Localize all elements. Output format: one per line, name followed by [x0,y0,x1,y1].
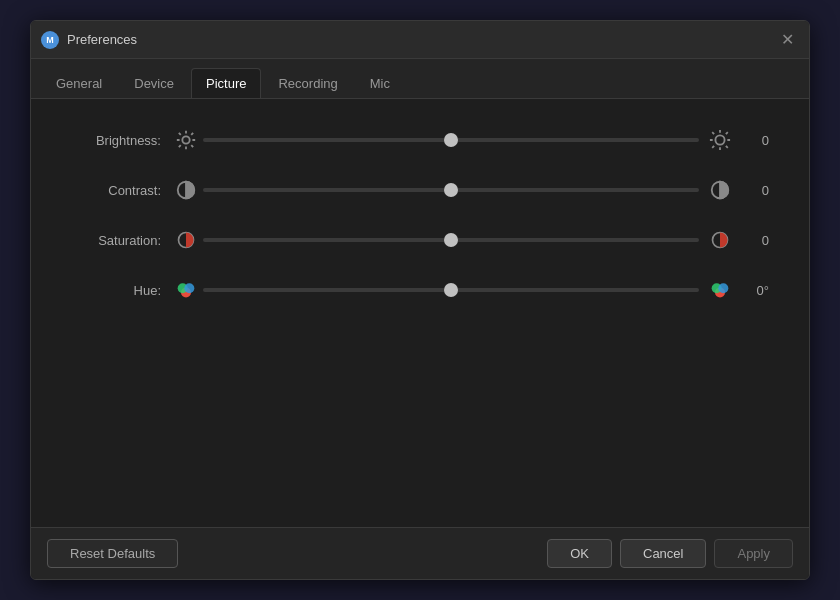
contrast-label: Contrast: [71,183,161,198]
tab-picture[interactable]: Picture [191,68,261,98]
svg-point-0 [182,136,189,143]
svg-line-5 [179,133,181,135]
tab-recording[interactable]: Recording [263,68,352,98]
title-bar: M Preferences ✕ [31,21,809,59]
close-button[interactable]: ✕ [775,28,799,52]
contrast-low-icon [175,179,197,201]
hue-value: 0° [737,283,769,298]
brightness-row: Brightness: [71,129,769,151]
hue-label: Hue: [71,283,161,298]
window-title: Preferences [67,32,775,47]
svg-line-14 [712,132,714,134]
hue-high-icon [709,279,731,301]
saturation-slider[interactable] [203,230,699,250]
svg-point-27 [718,283,728,293]
svg-line-8 [191,133,193,135]
brightness-label: Brightness: [71,133,161,148]
footer-left: Reset Defaults [47,539,547,568]
brightness-high-icon [709,129,731,151]
svg-line-7 [179,145,181,147]
tab-general[interactable]: General [41,68,117,98]
contrast-value: 0 [737,183,769,198]
tabs-bar: General Device Picture Recording Mic [31,59,809,99]
tab-device[interactable]: Device [119,68,189,98]
svg-line-15 [726,146,728,148]
app-icon: M [41,31,59,49]
svg-line-17 [726,132,728,134]
svg-line-6 [191,145,193,147]
brightness-value: 0 [737,133,769,148]
hue-row: Hue: 0° [71,279,769,301]
ok-button[interactable]: OK [547,539,612,568]
saturation-label: Saturation: [71,233,161,248]
hue-slider[interactable] [203,280,699,300]
contrast-high-icon [709,179,731,201]
svg-point-9 [715,135,724,144]
contrast-slider[interactable] [203,180,699,200]
hue-low-icon [175,279,197,301]
reset-defaults-button[interactable]: Reset Defaults [47,539,178,568]
svg-line-16 [712,146,714,148]
brightness-slider[interactable] [203,130,699,150]
cancel-button[interactable]: Cancel [620,539,706,568]
tab-mic[interactable]: Mic [355,68,405,98]
saturation-low-icon [175,229,197,251]
svg-point-24 [184,283,194,293]
saturation-value: 0 [737,233,769,248]
apply-button[interactable]: Apply [714,539,793,568]
saturation-row: Saturation: 0 [71,229,769,251]
saturation-high-icon [709,229,731,251]
content-area: Brightness: [31,99,809,527]
preferences-window: M Preferences ✕ General Device Picture R… [30,20,810,580]
brightness-low-icon [175,129,197,151]
contrast-row: Contrast: 0 [71,179,769,201]
footer: Reset Defaults OK Cancel Apply [31,527,809,579]
footer-right: OK Cancel Apply [547,539,793,568]
